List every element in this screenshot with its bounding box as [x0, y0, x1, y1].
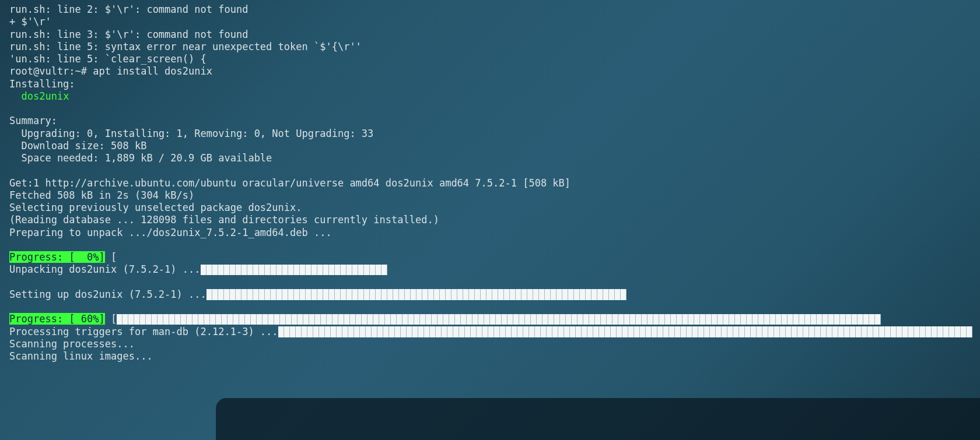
- terminal-text: Preparing to unpack .../dos2unix_7.5.2-1…: [9, 227, 332, 238]
- terminal-text: Download size: 508 kB: [9, 140, 146, 152]
- terminal-line: [9, 103, 971, 115]
- terminal-text: Installing:: [9, 78, 75, 90]
- terminal-text: [9, 90, 21, 102]
- terminal-line: [9, 239, 971, 251]
- terminal-text: Upgrading: 0, Installing: 1, Removing: 0…: [9, 128, 373, 139]
- terminal-line: [9, 164, 971, 177]
- terminal-text: Fetched 508 kB in 2s (304 kB/s): [9, 189, 194, 201]
- progress-bar-fill: [117, 314, 881, 325]
- terminal-text: Get:1 http://archive.ubuntu.com/ubuntu o…: [9, 177, 570, 189]
- terminal-text: Selecting previously unselected package …: [9, 202, 302, 213]
- progress-label: Progress: [ 60%]: [9, 313, 105, 325]
- progress-bar-fill: [201, 265, 387, 276]
- terminal-line: Space needed: 1,889 kB / 20.9 GB availab…: [9, 152, 971, 164]
- terminal-text: [: [105, 313, 117, 325]
- terminal-text: Setting up dos2unix (7.5.2-1) ...: [9, 288, 206, 300]
- terminal-text: Scanning processes...: [9, 338, 135, 350]
- terminal-line: Fetched 508 kB in 2s (304 kB/s): [9, 189, 971, 202]
- terminal-text: run.sh: line 3: $'\r': command not found: [9, 29, 248, 40]
- terminal-line: Preparing to unpack .../dos2unix_7.5.2-1…: [9, 227, 971, 239]
- terminal-text: Scanning linux images...: [9, 350, 153, 362]
- progress-bar-fill: [206, 289, 626, 300]
- terminal-text: run.sh: line 5: syntax error near unexpe…: [9, 41, 362, 52]
- terminal-text: run.sh: line 2: $'\r': command not found: [9, 3, 248, 15]
- terminal-line: Progress: [ 0%] [: [9, 251, 971, 263]
- terminal-output[interactable]: run.sh: line 2: $'\r': command not found…: [9, 3, 971, 362]
- terminal-text: root@vultr:~# apt install dos2unix: [9, 65, 212, 77]
- progress-bar-fill: [278, 326, 972, 337]
- progress-label: Progress: [ 0%]: [9, 251, 105, 263]
- terminal-text: Space needed: 1,889 kB / 20.9 GB availab…: [9, 152, 272, 164]
- terminal-line: 'un.sh: line 5: `clear_screen() {: [9, 53, 971, 65]
- terminal-line: run.sh: line 3: $'\r': command not found: [9, 29, 971, 41]
- terminal-text: 'un.sh: line 5: `clear_screen() {: [9, 53, 206, 65]
- terminal-line: run.sh: line 2: $'\r': command not found: [9, 3, 971, 16]
- terminal-text: (Reading database ... 128098 files and d…: [9, 214, 439, 226]
- terminal-line: Upgrading: 0, Installing: 1, Removing: 0…: [9, 128, 971, 140]
- terminal-line: run.sh: line 5: syntax error near unexpe…: [9, 41, 971, 53]
- terminal-line: [9, 276, 971, 288]
- terminal-line: + $'\r': [9, 16, 971, 28]
- terminal-line: Unpacking dos2unix (7.5.2-1) ...: [9, 263, 971, 276]
- terminal-line: Scanning processes...: [9, 338, 971, 350]
- terminal-line: Selecting previously unselected package …: [9, 202, 971, 214]
- terminal-line: root@vultr:~# apt install dos2unix: [9, 65, 971, 78]
- terminal-line: (Reading database ... 128098 files and d…: [9, 214, 971, 226]
- terminal-line: dos2unix: [9, 90, 971, 103]
- terminal-line: Get:1 http://archive.ubuntu.com/ubuntu o…: [9, 177, 971, 189]
- terminal-text: Summary:: [9, 115, 57, 126]
- terminal-line: Installing:: [9, 78, 971, 90]
- terminal-line: Progress: [ 60%] [: [9, 313, 971, 325]
- taskbar[interactable]: [216, 398, 980, 440]
- terminal-text: Processing triggers for man-db (2.12.1-3…: [9, 326, 278, 337]
- terminal-line: [9, 301, 971, 313]
- terminal-text: [: [105, 251, 117, 263]
- terminal-text: + $'\r': [9, 16, 51, 27]
- terminal-line: Setting up dos2unix (7.5.2-1) ...: [9, 288, 971, 301]
- terminal-line: Summary:: [9, 115, 971, 127]
- terminal-line: Processing triggers for man-db (2.12.1-3…: [9, 326, 971, 338]
- terminal-text: Unpacking dos2unix (7.5.2-1) ...: [9, 263, 201, 275]
- package-name: dos2unix: [21, 90, 69, 102]
- terminal-line: Scanning linux images...: [9, 350, 971, 362]
- terminal-line: Download size: 508 kB: [9, 140, 971, 152]
